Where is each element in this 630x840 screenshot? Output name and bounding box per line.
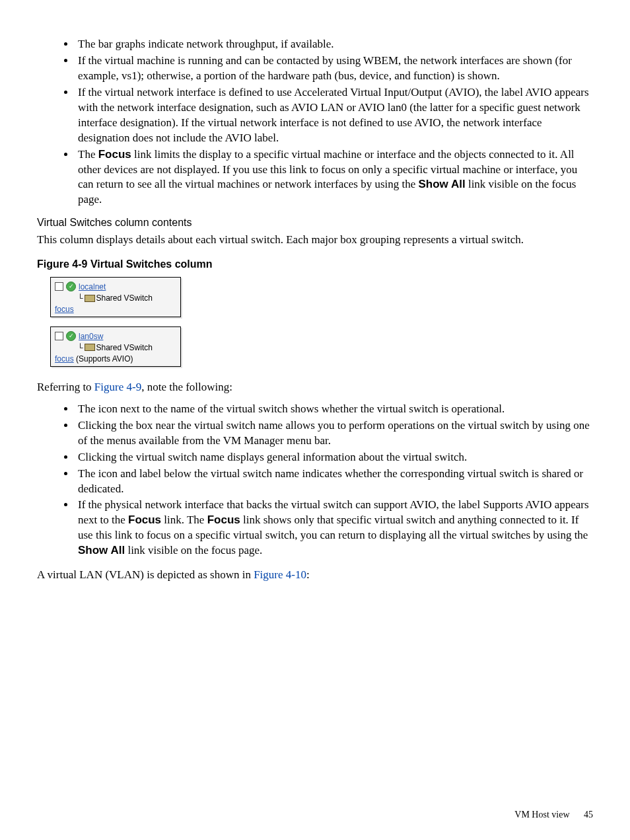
list-item: If the virtual network interface is defi… xyxy=(75,85,593,146)
focus-link[interactable]: focus xyxy=(55,305,74,314)
figure-4-9: localnet └Shared VSwitch focus lan0sw └S… xyxy=(50,277,593,367)
page-number: 45 xyxy=(584,810,593,820)
text: link visible on the focus page. xyxy=(125,544,262,556)
list-item: Clicking the virtual switch name display… xyxy=(75,450,593,465)
checkbox-icon[interactable] xyxy=(55,282,63,291)
vswitch-name-link[interactable]: lan0sw xyxy=(79,332,103,341)
text: The xyxy=(78,148,98,161)
status-ok-icon xyxy=(66,331,76,341)
show-all-label: Show All xyxy=(419,178,466,190)
shared-label: Shared VSwitch xyxy=(96,293,153,303)
focus-suffix: (Supports AVIO) xyxy=(74,354,133,363)
shared-label: Shared VSwitch xyxy=(96,343,153,352)
list-item-focus: If the physical network interface that b… xyxy=(75,498,593,558)
focus-link[interactable]: focus xyxy=(55,354,74,363)
footer-section-label: VM Host view xyxy=(514,810,569,820)
bottom-bullet-list: The icon next to the name of the virtual… xyxy=(37,402,593,558)
list-item: The icon and label below the virtual swi… xyxy=(75,467,593,497)
switch-icon xyxy=(85,344,95,351)
text: Referring to xyxy=(37,381,94,393)
list-item: If the virtual machine is running and ca… xyxy=(75,54,593,84)
focus-label: Focus xyxy=(128,514,161,526)
vswitch-name-link[interactable]: localnet xyxy=(79,282,106,291)
vlan-paragraph: A virtual LAN (VLAN) is depicted as show… xyxy=(37,568,593,583)
top-bullet-list: The bar graphs indicate network throughp… xyxy=(37,37,593,208)
xref-figure-4-9[interactable]: Figure 4-9 xyxy=(94,381,141,393)
list-item: Clicking the box near the virtual switch… xyxy=(75,418,593,449)
status-ok-icon xyxy=(66,282,76,291)
text: A virtual LAN (VLAN) is depicted as show… xyxy=(37,568,254,581)
vswitch-box: lan0sw └Shared VSwitch focus (Supports A… xyxy=(50,326,181,367)
list-item: The bar graphs indicate network throughp… xyxy=(75,37,593,52)
xref-figure-4-10[interactable]: Figure 4-10 xyxy=(254,568,306,581)
tree-connector-icon: └ xyxy=(77,343,83,352)
list-item-focus: The Focus link limits the display to a s… xyxy=(75,147,593,208)
intro-paragraph: This column displays details about each … xyxy=(37,233,593,248)
tree-connector-icon: └ xyxy=(77,293,83,303)
vswitch-box: localnet └Shared VSwitch focus xyxy=(50,277,181,317)
text: : xyxy=(306,568,310,581)
text: , note the following: xyxy=(141,381,232,393)
text: link. The xyxy=(161,514,207,526)
show-all-label: Show All xyxy=(78,544,125,556)
switch-icon xyxy=(85,295,95,302)
focus-label: Focus xyxy=(207,514,240,526)
list-item: The icon next to the name of the virtual… xyxy=(75,402,593,417)
focus-label: Focus xyxy=(98,148,131,161)
subheading-virtual-switches: Virtual Switches column contents xyxy=(37,217,593,229)
page-footer: VM Host view 45 xyxy=(514,810,593,820)
checkbox-icon[interactable] xyxy=(55,332,63,340)
referring-paragraph: Referring to Figure 4-9, note the follow… xyxy=(37,380,593,395)
figure-caption: Figure 4-9 Virtual Switches column xyxy=(37,258,593,270)
